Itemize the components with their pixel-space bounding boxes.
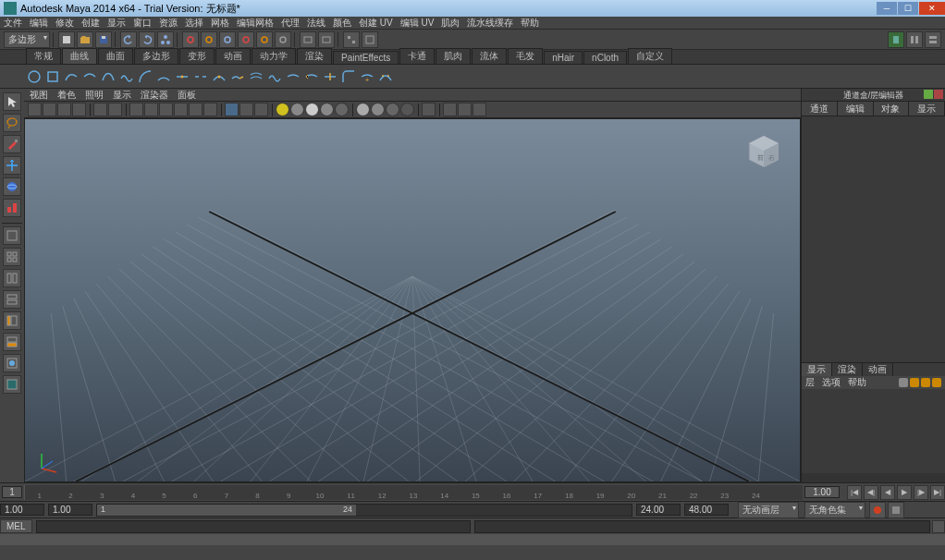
paint-select-tool[interactable] <box>3 135 21 153</box>
image-plane-button[interactable] <box>72 103 86 116</box>
script-layout[interactable] <box>3 375 21 394</box>
range-handle[interactable]: 1 24 <box>97 505 356 516</box>
gamma-button[interactable] <box>472 103 486 116</box>
grease-pencil-button[interactable] <box>108 103 122 116</box>
field-chart-button[interactable] <box>189 103 202 116</box>
resolution-gate-button[interactable] <box>159 103 173 116</box>
menu-edit-uv[interactable]: 编辑 UV <box>400 17 435 30</box>
channel-tab-object[interactable]: 对象 <box>874 102 910 116</box>
attribute-editor-toggle[interactable] <box>888 31 904 48</box>
snap-curve-button[interactable] <box>201 31 217 48</box>
circle-curve-icon[interactable] <box>26 68 43 85</box>
snap-live-button[interactable] <box>256 31 273 48</box>
menu-help[interactable]: 帮助 <box>521 17 539 30</box>
add-points-icon[interactable]: + <box>359 68 375 85</box>
layer-move-down-icon[interactable] <box>932 378 941 387</box>
move-tool[interactable] <box>3 156 21 175</box>
layer-opt-layers[interactable]: 层 <box>805 376 815 389</box>
viewport-renderer-button[interactable] <box>443 103 457 116</box>
layer-new-empty-icon[interactable] <box>899 378 908 387</box>
select-hierarchy-button[interactable] <box>157 31 174 48</box>
layer-scrollbar[interactable] <box>802 473 945 482</box>
layer-move-up-icon[interactable] <box>921 378 930 387</box>
render-button[interactable] <box>300 31 316 48</box>
pencil-curve-icon[interactable] <box>118 68 135 85</box>
motion-blur-button[interactable] <box>371 103 385 116</box>
xray-joints-button[interactable] <box>335 103 349 116</box>
lock-camera-button[interactable] <box>43 103 56 116</box>
shelf-tab-custom[interactable]: 自定义 <box>628 48 672 64</box>
shelf-tab-nhair[interactable]: nHair <box>544 51 583 64</box>
menu-modify[interactable]: 修改 <box>55 17 74 30</box>
two-stacked-layout[interactable] <box>3 290 21 309</box>
prefs-button[interactable] <box>888 502 904 518</box>
shelf-tab-deformation[interactable]: 变形 <box>179 48 215 64</box>
menu-window[interactable]: 窗口 <box>133 17 152 30</box>
four-view-layout[interactable] <box>3 248 21 266</box>
shelf-tab-general[interactable]: 常规 <box>26 48 61 64</box>
menu-muscle[interactable]: 肌肉 <box>441 17 460 30</box>
channel-box-close-icon[interactable] <box>934 90 943 99</box>
rebuild-curve-icon[interactable] <box>266 68 283 85</box>
dof-button[interactable] <box>386 103 399 116</box>
smooth-shade-button[interactable] <box>239 103 253 116</box>
layer-tab-display[interactable]: 显示 <box>802 363 832 376</box>
panel-menu-shading[interactable]: 着色 <box>57 89 76 102</box>
lasso-tool[interactable] <box>3 114 21 132</box>
redo-button[interactable] <box>139 31 155 48</box>
construction-history-button[interactable] <box>343 31 360 48</box>
menu-create[interactable]: 创建 <box>81 17 100 30</box>
channel-box-toggle[interactable] <box>925 31 941 48</box>
menu-edit[interactable]: 编辑 <box>30 17 48 30</box>
range-slider[interactable]: 1 24 <box>96 504 632 517</box>
scale-tool[interactable] <box>3 199 21 217</box>
shadows-button[interactable] <box>290 103 304 116</box>
window-close-button[interactable]: ✕ <box>919 2 945 15</box>
bookmarks-button[interactable] <box>57 103 71 116</box>
tool-settings-toggle[interactable] <box>906 31 923 48</box>
layer-opt-help[interactable]: 帮助 <box>848 376 866 389</box>
shelf-tab-surfaces[interactable]: 曲面 <box>98 48 133 64</box>
layer-tab-anim[interactable]: 动画 <box>863 363 893 376</box>
shelf-tab-painteffects[interactable]: PaintEffects <box>333 51 399 64</box>
menu-edit-mesh[interactable]: 编辑网格 <box>237 17 274 30</box>
gate-mask-button[interactable] <box>174 103 188 116</box>
anti-alias-button[interactable] <box>400 103 414 116</box>
playback-end-field[interactable]: 24.00 <box>636 504 681 516</box>
menu-create-uv[interactable]: 创建 UV <box>359 17 393 30</box>
layer-tab-render[interactable]: 渲染 <box>832 363 863 376</box>
undo-button[interactable] <box>120 31 137 48</box>
window-maximize-button[interactable]: ☐ <box>898 2 918 15</box>
square-curve-icon[interactable] <box>44 68 61 85</box>
layer-opt-options[interactable]: 选项 <box>822 376 841 389</box>
open-scene-button[interactable] <box>77 31 93 48</box>
view-cube[interactable]: 前 右 <box>744 132 783 171</box>
ep-curve-icon[interactable] <box>63 68 80 85</box>
panel-menu-lighting[interactable]: 照明 <box>85 89 104 102</box>
select-camera-button[interactable] <box>28 103 42 116</box>
persp-outliner-layout[interactable] <box>3 311 21 330</box>
shelf-tab-ncloth[interactable]: nCloth <box>583 51 627 64</box>
shelf-tab-hair[interactable]: 毛发 <box>508 48 543 64</box>
curve-edit-icon[interactable] <box>377 68 394 85</box>
cv-curve-icon[interactable] <box>81 68 98 85</box>
extend-curve-icon[interactable] <box>229 68 246 85</box>
arc-tool-icon[interactable] <box>137 68 153 85</box>
use-all-lights-button[interactable] <box>276 103 289 116</box>
anim-layer-dropdown[interactable]: 无动画层 <box>738 502 799 518</box>
persp-graph-layout[interactable] <box>3 333 21 351</box>
menu-file[interactable]: 文件 <box>4 17 22 30</box>
panel-menu-show[interactable]: 显示 <box>113 89 131 102</box>
playback-start-field[interactable]: 1.00 <box>48 504 92 516</box>
channel-tab-channels[interactable]: 通道 <box>802 102 838 116</box>
wireframe-button[interactable] <box>225 103 239 116</box>
character-set-dropdown[interactable]: 无角色集 <box>804 502 865 518</box>
menu-normals[interactable]: 法线 <box>307 17 325 30</box>
exposure-button[interactable] <box>458 103 472 116</box>
shelf-tab-animation[interactable]: 动画 <box>215 48 251 64</box>
film-gate-button[interactable] <box>144 103 158 116</box>
shelf-tab-muscle[interactable]: 肌肉 <box>436 48 471 64</box>
rotate-tool[interactable] <box>3 177 21 196</box>
grid-toggle-button[interactable] <box>129 103 143 116</box>
persp-viewport[interactable]: 前 右 <box>24 118 801 482</box>
